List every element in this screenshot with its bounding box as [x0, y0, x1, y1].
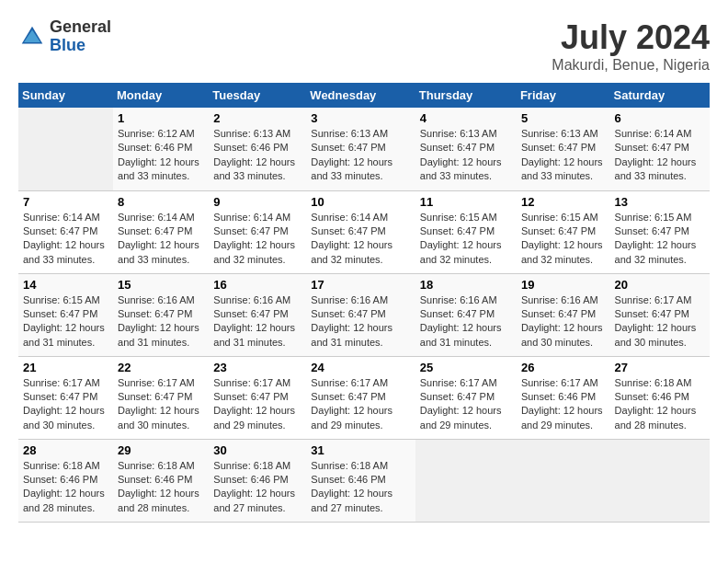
sunset-text: Sunset: 6:47 PM: [420, 308, 495, 319]
day-cell: 29 Sunrise: 6:18 AM Sunset: 6:46 PM Dayl…: [113, 439, 209, 522]
day-number: 27: [615, 361, 705, 374]
sunset-text: Sunset: 6:47 PM: [521, 225, 596, 236]
daylight-text: Daylight: 12 hours and 32 minutes.: [420, 239, 502, 264]
day-cell: 31 Sunrise: 6:18 AM Sunset: 6:46 PM Dayl…: [306, 439, 415, 522]
sunset-text: Sunset: 6:47 PM: [118, 391, 192, 402]
header-cell-friday: Friday: [517, 83, 610, 108]
day-cell: 2 Sunrise: 6:13 AM Sunset: 6:46 PM Dayli…: [209, 108, 306, 190]
sunset-text: Sunset: 6:46 PM: [213, 474, 288, 485]
day-number: 28: [23, 443, 108, 457]
day-cell: 13 Sunrise: 6:15 AM Sunset: 6:47 PM Dayl…: [610, 190, 710, 273]
daylight-text: Daylight: 12 hours and 29 minutes.: [213, 405, 295, 430]
sunset-text: Sunset: 6:47 PM: [521, 308, 596, 319]
daylight-text: Daylight: 12 hours and 32 minutes.: [311, 239, 392, 264]
header-row: SundayMondayTuesdayWednesdayThursdayFrid…: [18, 83, 710, 108]
sunrise-text: Sunrise: 6:17 AM: [118, 377, 195, 388]
sunrise-text: Sunrise: 6:18 AM: [118, 460, 195, 471]
daylight-text: Daylight: 12 hours and 31 minutes.: [118, 322, 199, 347]
sunset-text: Sunset: 6:47 PM: [23, 225, 97, 236]
daylight-text: Daylight: 12 hours and 33 minutes.: [420, 156, 502, 181]
logo: General Blue: [18, 18, 111, 55]
day-cell: 26 Sunrise: 6:17 AM Sunset: 6:46 PM Dayl…: [517, 356, 610, 439]
sunset-text: Sunset: 6:46 PM: [118, 474, 192, 485]
sunset-text: Sunset: 6:47 PM: [311, 142, 385, 153]
day-number: 14: [23, 278, 108, 292]
day-info: Sunrise: 6:17 AM Sunset: 6:47 PM Dayligh…: [23, 376, 108, 433]
day-cell: [517, 439, 610, 522]
day-cell: 19 Sunrise: 6:16 AM Sunset: 6:47 PM Dayl…: [517, 273, 610, 356]
day-cell: 10 Sunrise: 6:14 AM Sunset: 6:47 PM Dayl…: [306, 190, 415, 273]
sunset-text: Sunset: 6:47 PM: [311, 391, 385, 402]
sunrise-text: Sunrise: 6:15 AM: [23, 294, 100, 305]
day-info: Sunrise: 6:16 AM Sunset: 6:47 PM Dayligh…: [311, 293, 410, 350]
day-number: 23: [213, 361, 301, 374]
daylight-text: Daylight: 12 hours and 30 minutes.: [521, 322, 603, 347]
sunset-text: Sunset: 6:47 PM: [118, 225, 192, 236]
sunrise-text: Sunrise: 6:16 AM: [420, 294, 497, 305]
sunrise-text: Sunrise: 6:17 AM: [23, 377, 100, 388]
sunset-text: Sunset: 6:47 PM: [213, 225, 288, 236]
header-cell-monday: Monday: [113, 83, 209, 108]
sunrise-text: Sunrise: 6:17 AM: [615, 294, 692, 305]
daylight-text: Daylight: 12 hours and 32 minutes.: [521, 239, 603, 264]
calendar-table: SundayMondayTuesdayWednesdayThursdayFrid…: [18, 83, 710, 523]
logo-general: General: [50, 18, 111, 37]
sunset-text: Sunset: 6:47 PM: [615, 142, 689, 153]
day-info: Sunrise: 6:14 AM Sunset: 6:47 PM Dayligh…: [118, 211, 204, 268]
day-number: 20: [615, 278, 705, 292]
daylight-text: Daylight: 12 hours and 33 minutes.: [521, 156, 603, 181]
sunrise-text: Sunrise: 6:18 AM: [615, 377, 692, 388]
daylight-text: Daylight: 12 hours and 31 minutes.: [420, 322, 502, 347]
daylight-text: Daylight: 12 hours and 32 minutes.: [213, 239, 295, 264]
day-cell: 11 Sunrise: 6:15 AM Sunset: 6:47 PM Dayl…: [415, 190, 517, 273]
sunset-text: Sunset: 6:47 PM: [420, 142, 495, 153]
day-info: Sunrise: 6:17 AM Sunset: 6:47 PM Dayligh…: [213, 376, 301, 433]
day-number: 24: [311, 361, 410, 374]
day-cell: 23 Sunrise: 6:17 AM Sunset: 6:47 PM Dayl…: [209, 356, 306, 439]
day-info: Sunrise: 6:17 AM Sunset: 6:47 PM Dayligh…: [420, 376, 512, 433]
sunset-text: Sunset: 6:46 PM: [311, 474, 385, 485]
sunset-text: Sunset: 6:47 PM: [521, 142, 596, 153]
day-info: Sunrise: 6:17 AM Sunset: 6:47 PM Dayligh…: [311, 376, 410, 433]
week-row-2: 7 Sunrise: 6:14 AM Sunset: 6:47 PM Dayli…: [18, 190, 710, 273]
sunrise-text: Sunrise: 6:16 AM: [521, 294, 598, 305]
daylight-text: Daylight: 12 hours and 33 minutes.: [615, 156, 697, 181]
day-number: 25: [420, 361, 512, 374]
day-info: Sunrise: 6:17 AM Sunset: 6:47 PM Dayligh…: [118, 376, 204, 433]
day-cell: 15 Sunrise: 6:16 AM Sunset: 6:47 PM Dayl…: [113, 273, 209, 356]
day-info: Sunrise: 6:14 AM Sunset: 6:47 PM Dayligh…: [23, 211, 108, 268]
daylight-text: Daylight: 12 hours and 30 minutes.: [23, 405, 105, 430]
sunrise-text: Sunrise: 6:16 AM: [311, 294, 388, 305]
daylight-text: Daylight: 12 hours and 33 minutes.: [118, 239, 199, 264]
day-info: Sunrise: 6:15 AM Sunset: 6:47 PM Dayligh…: [521, 211, 606, 268]
day-number: 4: [420, 111, 512, 125]
day-number: 22: [118, 361, 204, 374]
day-number: 6: [615, 111, 705, 125]
sunrise-text: Sunrise: 6:17 AM: [420, 377, 497, 388]
daylight-text: Daylight: 12 hours and 30 minutes.: [615, 322, 697, 347]
day-cell: 16 Sunrise: 6:16 AM Sunset: 6:47 PM Dayl…: [209, 273, 306, 356]
daylight-text: Daylight: 12 hours and 27 minutes.: [213, 488, 295, 512]
daylight-text: Daylight: 12 hours and 30 minutes.: [118, 405, 199, 430]
daylight-text: Daylight: 12 hours and 31 minutes.: [23, 322, 105, 347]
day-info: Sunrise: 6:13 AM Sunset: 6:47 PM Dayligh…: [420, 127, 512, 184]
day-cell: 18 Sunrise: 6:16 AM Sunset: 6:47 PM Dayl…: [415, 273, 517, 356]
daylight-text: Daylight: 12 hours and 27 minutes.: [311, 488, 392, 512]
sunset-text: Sunset: 6:47 PM: [311, 225, 385, 236]
day-number: 30: [213, 443, 301, 457]
sunset-text: Sunset: 6:46 PM: [213, 142, 288, 153]
sunrise-text: Sunrise: 6:16 AM: [213, 294, 290, 305]
day-number: 16: [213, 278, 301, 292]
day-cell: 1 Sunrise: 6:12 AM Sunset: 6:46 PM Dayli…: [113, 108, 209, 190]
daylight-text: Daylight: 12 hours and 31 minutes.: [311, 322, 392, 347]
sunrise-text: Sunrise: 6:18 AM: [23, 460, 100, 471]
week-row-3: 14 Sunrise: 6:15 AM Sunset: 6:47 PM Dayl…: [18, 273, 710, 356]
day-info: Sunrise: 6:15 AM Sunset: 6:47 PM Dayligh…: [23, 293, 108, 350]
sunrise-text: Sunrise: 6:13 AM: [521, 128, 598, 139]
day-info: Sunrise: 6:18 AM Sunset: 6:46 PM Dayligh…: [311, 459, 410, 516]
daylight-text: Daylight: 12 hours and 28 minutes.: [615, 405, 697, 430]
day-info: Sunrise: 6:18 AM Sunset: 6:46 PM Dayligh…: [118, 459, 204, 516]
day-info: Sunrise: 6:17 AM Sunset: 6:46 PM Dayligh…: [521, 376, 606, 433]
day-cell: 3 Sunrise: 6:13 AM Sunset: 6:47 PM Dayli…: [306, 108, 415, 190]
daylight-text: Daylight: 12 hours and 33 minutes.: [311, 156, 392, 181]
